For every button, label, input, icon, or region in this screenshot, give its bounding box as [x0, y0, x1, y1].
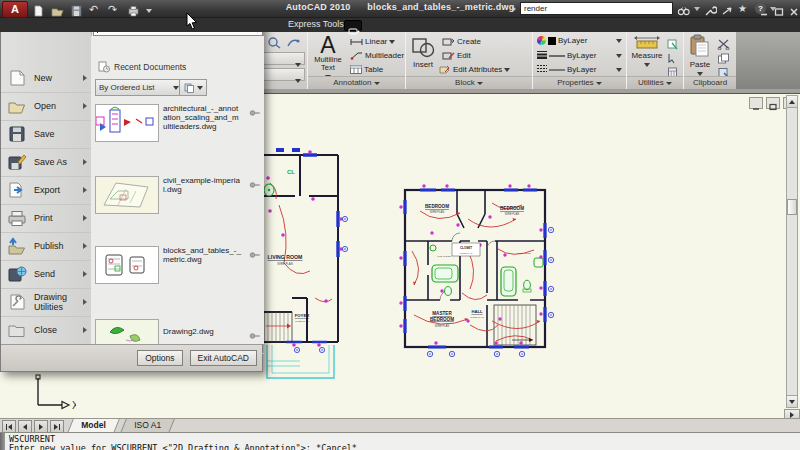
master-sublabel: WIRE PLAN [435, 324, 449, 328]
paste-button[interactable]: Paste [686, 34, 714, 78]
ribbon-minimize-icon[interactable] [344, 20, 362, 31]
qat-save-icon[interactable] [70, 3, 83, 15]
scroll-thumb[interactable] [787, 199, 797, 215]
help-icon[interactable]: ? [755, 3, 766, 14]
subscription-wrench-icon[interactable] [704, 3, 717, 15]
edit-attributes-button[interactable]: Edit Attributes [439, 65, 510, 74]
search-binoculars-icon[interactable] [677, 3, 690, 15]
recent-documents-header: Recent Documents [97, 61, 186, 73]
object-color-dropdown[interactable]: ByLayer [537, 36, 622, 45]
menu-item-label: Save [34, 129, 55, 139]
table-button[interactable]: Table [350, 65, 383, 74]
recent-doc-architectural[interactable]: architectural_-_annotation_scaling_and_m… [95, 104, 261, 142]
menu-item-export[interactable]: Export [1, 176, 91, 205]
help-dropdown-icon[interactable] [770, 7, 776, 11]
window-mark [276, 148, 284, 152]
doc-name: Drawing2.dwg [163, 327, 241, 336]
multiline-text-button[interactable]: A Multiline Text [310, 34, 346, 81]
close-icon[interactable] [788, 3, 800, 13]
left-plan-receptacles [294, 216, 347, 352]
infocenter-search-input[interactable] [520, 2, 673, 15]
panel-label-annotation[interactable]: Annotation [308, 76, 405, 89]
tool-dropdown[interactable] [261, 68, 305, 81]
pin-icon[interactable] [249, 176, 261, 186]
qat-undo-icon[interactable]: ↶ [89, 3, 102, 15]
qat-dropdown-icon[interactable] [146, 9, 152, 13]
vertical-scrollbar[interactable] [786, 95, 798, 408]
search-expand-icon[interactable] [512, 6, 516, 12]
recent-doc-civil[interactable]: civil_example-imperial.dwg [95, 176, 261, 214]
menu-item-open[interactable]: Open [1, 92, 91, 121]
insert-button[interactable]: Insert [409, 36, 437, 69]
create-block-button[interactable]: Create [442, 37, 481, 46]
doc-thumbnail [95, 246, 159, 284]
qat-new-icon[interactable] [32, 3, 45, 15]
menu-item-save-as[interactable]: Save As [1, 148, 91, 177]
closet-cl-label: CL [287, 169, 295, 175]
panel-utilities: Measure Utilities [626, 32, 684, 89]
submenu-arrow-icon [83, 299, 87, 305]
menu-item-save[interactable]: Save [1, 120, 91, 149]
tool-icon[interactable] [267, 35, 281, 53]
menu-item-send[interactable]: Send [1, 260, 91, 289]
right-floorplan: CLOSET WIRE PLAN BEDROOM WIRE PLAN BEDRO… [399, 184, 553, 356]
command-line-window[interactable]: WSCURRENT Enter new value for WSCURRENT … [0, 432, 800, 450]
menu-item-close[interactable]: Close [1, 316, 91, 345]
search-dropdown-icon[interactable] [694, 7, 700, 11]
pin-icon[interactable] [249, 104, 261, 114]
pin-icon[interactable] [249, 246, 261, 256]
sort-order-dropdown[interactable]: By Ordered List [95, 79, 183, 96]
panel-label-block[interactable]: Block [406, 76, 532, 89]
measure-button[interactable]: Measure [629, 35, 665, 69]
scroll-up-button[interactable] [787, 96, 797, 108]
tool-icon[interactable] [286, 35, 300, 53]
tool-dropdown[interactable] [261, 52, 305, 65]
autocad-logo-icon[interactable]: A [2, 1, 28, 18]
qat-plot-icon[interactable] [127, 3, 140, 15]
panel-annotation: A Multiline Text Linear Multileader Tabl… [307, 32, 406, 89]
panel-label-clipboard: Clipboard [684, 76, 736, 89]
measure-ruler-icon [634, 35, 660, 49]
panel-block: Insert Create Edit Edit Attributes Block [405, 32, 533, 89]
command-window-grip[interactable] [0, 433, 5, 450]
menu-item-new[interactable]: New [1, 64, 91, 93]
qat-open-icon[interactable] [51, 3, 64, 15]
application-menu: New Open Save Save As Export Print Publi… [0, 17, 263, 372]
doc-minimize-icon[interactable] [749, 97, 763, 109]
panel-label-properties[interactable]: Properties [533, 76, 626, 89]
tab-express-tools[interactable]: Express Tools [282, 17, 350, 32]
sort-order-label: By Ordered List [99, 83, 155, 92]
linetype-dropdown[interactable]: ByLayer [537, 64, 622, 75]
lineweight-dropdown[interactable]: ByLayer [537, 50, 622, 61]
view-mode-dropdown[interactable] [179, 79, 207, 96]
communication-center-icon[interactable] [721, 3, 734, 15]
linear-label: Linear [365, 37, 387, 46]
ribbon-empty-area [736, 32, 800, 89]
recent-doc-drawing2[interactable]: Drawing2.dwg [95, 319, 261, 347]
menu-item-publish[interactable]: Publish [1, 232, 91, 261]
qat-redo-icon[interactable]: ↷ [108, 3, 121, 15]
exit-autocad-button[interactable]: Exit AutoCAD [190, 350, 258, 366]
scroll-down-button[interactable] [787, 395, 797, 407]
options-button[interactable]: Options [137, 350, 182, 366]
pin-icon[interactable] [249, 327, 261, 337]
doc-restore-icon[interactable] [766, 97, 780, 109]
edit-block-button[interactable]: Edit [442, 51, 471, 60]
menu-item-drawing-utilities[interactable]: Drawing Utilities [1, 288, 91, 317]
favorites-star-icon[interactable]: ★ [738, 3, 751, 15]
left-plan-wiring [270, 183, 332, 302]
tab-iso-a1[interactable]: ISO A1 [120, 419, 175, 433]
right-plan-outer-walls [405, 190, 545, 347]
recent-doc-blocks-and-tables[interactable]: blocks_and_tables_-_metric.dwg [95, 246, 261, 284]
doc-thumbnail [95, 104, 159, 142]
linear-button[interactable]: Linear [350, 37, 395, 46]
tab-model[interactable]: Model [67, 419, 119, 433]
save-floppy-icon [7, 125, 29, 143]
living-room-label: LIVING ROOM [268, 254, 303, 260]
panel-label-utilities[interactable]: Utilities [627, 76, 683, 89]
help-glyph: ? [758, 4, 763, 13]
menu-item-print[interactable]: Print [1, 204, 91, 233]
recent-documents-panel: Recent Documents By Ordered List archite… [91, 36, 264, 344]
bedroom2-label: BEDROOM [500, 206, 524, 211]
multileader-button[interactable]: Multileader [350, 51, 412, 60]
